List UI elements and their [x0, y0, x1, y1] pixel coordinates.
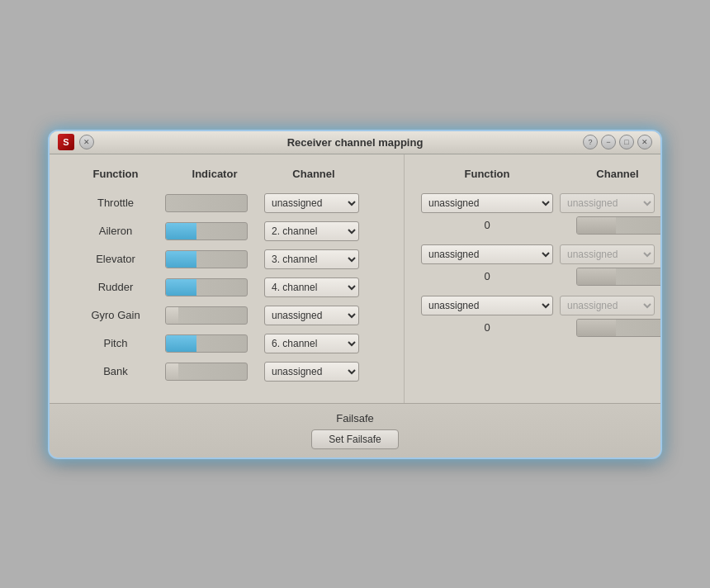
- indicator-fill: [166, 335, 196, 352]
- right-section: unassigned unassigned 0: [421, 193, 660, 235]
- right-indicator: [576, 319, 660, 337]
- table-row: Aileron 2. channel unassigned1. channel3…: [66, 221, 387, 241]
- right-function-select[interactable]: unassigned: [421, 244, 553, 264]
- titlebar-left: S ✕: [58, 134, 94, 150]
- channel-select[interactable]: 3. channel unassigned1. channel2. channe…: [264, 249, 359, 269]
- indicator-fill: [166, 307, 178, 324]
- right-panel-header: Function Channel: [421, 168, 660, 185]
- main-window: S ✕ Receiver channel mapping ? − □ ✕ Fun…: [50, 131, 660, 458]
- right-indicator-fill: [577, 268, 616, 285]
- indicator-fill: [166, 363, 178, 380]
- channel-select[interactable]: unassigned 1. channel: [264, 362, 359, 382]
- right-function-select[interactable]: unassigned: [421, 296, 553, 315]
- channel-col-header: Channel: [264, 168, 363, 185]
- right-indicator: [576, 268, 660, 286]
- channel-select[interactable]: unassigned 1. channel2. channel: [264, 306, 359, 325]
- table-row: Pitch 6. channel unassigned1. channel: [66, 334, 387, 353]
- main-content: Function Indicator Channel Throttle unas…: [50, 154, 660, 403]
- function-label: Elevator: [66, 253, 165, 265]
- right-function-row: unassigned unassigned: [421, 244, 660, 264]
- channel-select[interactable]: 2. channel unassigned1. channel3. channe…: [264, 221, 359, 241]
- right-indicator-fill: [577, 217, 616, 234]
- right-value-row: 0: [421, 216, 660, 235]
- right-function-row: unassigned unassigned: [421, 193, 660, 213]
- indicator-fill: [166, 279, 196, 296]
- app-icon: S: [58, 134, 74, 150]
- help-btn[interactable]: ?: [583, 135, 598, 149]
- close-btn2[interactable]: ✕: [637, 135, 652, 149]
- function-label: Rudder: [66, 281, 165, 293]
- titlebar: S ✕ Receiver channel mapping ? − □ ✕: [50, 131, 660, 154]
- right-value-row: 0: [421, 268, 660, 286]
- indicator-bar: [165, 222, 248, 240]
- right-channel-select[interactable]: unassigned: [560, 193, 655, 213]
- table-row: Bank unassigned 1. channel: [66, 362, 387, 382]
- function-label: Gyro Gain: [66, 309, 165, 321]
- right-section: unassigned unassigned 0: [421, 296, 660, 337]
- indicator-fill: [166, 223, 196, 239]
- channel-select[interactable]: 4. channel unassigned1. channel: [264, 277, 359, 297]
- indicator-bar: [165, 306, 248, 325]
- titlebar-right: ? − □ ✕: [583, 135, 652, 149]
- right-function-row: unassigned unassigned: [421, 296, 660, 315]
- close-btn[interactable]: ✕: [79, 135, 94, 149]
- right-channel-select[interactable]: unassigned: [560, 244, 655, 264]
- failsafe-label: Failsafe: [336, 412, 374, 424]
- table-row: Gyro Gain unassigned 1. channel2. channe…: [66, 306, 387, 325]
- function-col-header: Function: [66, 168, 165, 185]
- right-indicator: [576, 216, 660, 235]
- indicator-bar: [165, 363, 248, 381]
- table-row: Rudder 4. channel unassigned1. channel: [66, 277, 387, 297]
- indicator-bar: [165, 250, 248, 268]
- function-label: Pitch: [66, 337, 165, 349]
- right-channel-header: Channel: [560, 168, 660, 185]
- right-function-header: Function: [421, 168, 553, 185]
- bottom-bar: Failsafe Set Failsafe: [50, 403, 660, 458]
- channel-select[interactable]: 6. channel unassigned1. channel: [264, 334, 359, 353]
- function-label: Bank: [66, 365, 165, 377]
- window-title: Receiver channel mapping: [287, 136, 424, 149]
- right-indicator-fill: [577, 320, 616, 336]
- set-failsafe-button[interactable]: Set Failsafe: [311, 429, 398, 449]
- indicator-bar: [165, 334, 248, 353]
- indicator-bar: [165, 278, 248, 296]
- maximize-btn[interactable]: □: [619, 135, 634, 149]
- indicator-fill: [166, 251, 196, 268]
- function-label: Throttle: [66, 197, 165, 209]
- numeric-value: 0: [421, 321, 553, 334]
- numeric-value: 0: [421, 219, 553, 231]
- right-section: unassigned unassigned 0: [421, 244, 660, 286]
- channel-select[interactable]: unassigned 1. channel2. channel3. channe…: [264, 193, 359, 213]
- function-label: Aileron: [66, 225, 165, 237]
- left-panel: Function Indicator Channel Throttle unas…: [50, 154, 405, 403]
- right-panel: Function Channel unassigned unassigned 0: [405, 154, 660, 403]
- minimize-btn[interactable]: −: [601, 135, 616, 149]
- right-function-select[interactable]: unassigned: [421, 193, 553, 213]
- numeric-value: 0: [421, 270, 553, 282]
- indicator-bar: [165, 194, 248, 212]
- left-panel-header: Function Indicator Channel: [66, 168, 387, 185]
- table-row: Elevator 3. channel unassigned1. channel…: [66, 249, 387, 269]
- right-value-row: 0: [421, 319, 660, 337]
- indicator-col-header: Indicator: [165, 168, 264, 185]
- right-channel-select[interactable]: unassigned: [560, 296, 655, 315]
- table-row: Throttle unassigned 1. channel2. channel…: [66, 193, 387, 213]
